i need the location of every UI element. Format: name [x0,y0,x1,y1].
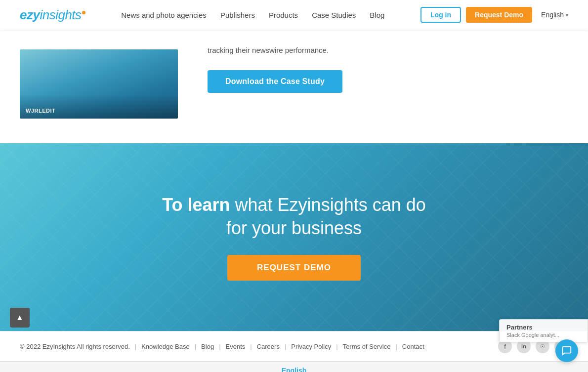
cta-headline: To learn what Ezyinsights can dofor your… [162,194,426,240]
footer-knowledge-base[interactable]: Knowledge Base [141,343,190,350]
logo[interactable]: ezyinsights [20,7,85,23]
footer-contact[interactable]: Contact [402,343,424,350]
cta-headline-strong: To learn [162,195,230,215]
logo-dot [82,11,85,14]
download-case-study-button[interactable]: Download the Case Study [208,70,342,93]
footer-blog[interactable]: Blog [201,343,214,350]
cta-headline-regular: what Ezyinsights can dofor your business [226,195,426,238]
chat-bubble-icon [561,345,572,356]
footer-privacy-policy[interactable]: Privacy Policy [291,343,331,350]
case-image-wrapper: WJRLEDIT [20,49,178,119]
nav-blog[interactable]: Blog [370,11,384,19]
footer-left: © 2022 EzyInsights All rights reserved. … [20,343,424,350]
chevron-down-icon: ▾ [566,12,568,18]
language-selector[interactable]: English ▾ [541,11,568,19]
case-description: tracking their newswire performance. [208,44,464,56]
language-label: English [541,11,564,19]
case-content: tracking their newswire performance. Dow… [208,44,548,93]
upper-section: WJRLEDIT tracking their newswire perform… [0,30,588,143]
footer-terms-service[interactable]: Terms of Service [343,343,391,350]
cta-request-demo-button[interactable]: REQUEST DEMO [227,255,361,281]
nav-case-studies[interactable]: Case Studies [312,11,356,19]
navbar-actions: Log in Request Demo English ▾ [420,7,568,23]
chatbot-icon[interactable] [555,339,578,362]
footer-events[interactable]: Events [226,343,246,350]
nav-publishers[interactable]: Publishers [220,11,255,19]
footer-copyright: © 2022 EzyInsights All rights reserved. [20,343,130,350]
partners-overlay: Partners Slack Google analyt... [499,319,588,342]
partners-title: Partners [506,324,581,331]
footer-careers[interactable]: Careers [257,343,280,350]
case-image-label: WJRLEDIT [26,108,55,114]
partners-subtitle: Slack Google analyt... [506,332,581,338]
nav-news-photo[interactable]: News and photo agencies [121,11,207,19]
scroll-to-top-button[interactable]: ▲ [10,308,30,328]
language-bar[interactable]: English [0,361,588,372]
navbar: ezyinsights News and photo agencies Publ… [0,0,588,30]
login-button[interactable]: Log in [420,7,461,23]
request-demo-button[interactable]: Request Demo [466,7,532,23]
logo-text: ezyinsights [20,7,85,23]
nav-links: News and photo agencies Publishers Produ… [121,11,384,19]
nav-products[interactable]: Products [269,11,298,19]
cta-content: To learn what Ezyinsights can dofor your… [142,164,446,310]
cta-section: To learn what Ezyinsights can dofor your… [0,143,588,331]
case-study-image: WJRLEDIT [20,49,178,119]
